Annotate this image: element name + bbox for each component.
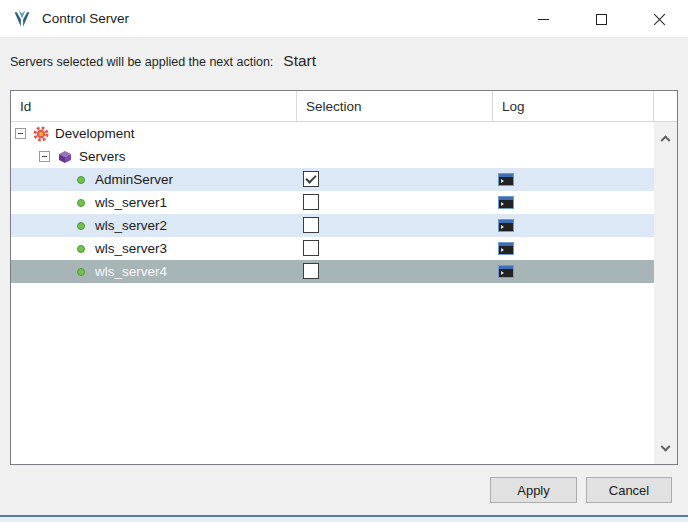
chevron-up-icon xyxy=(661,135,671,145)
vertical-scrollbar[interactable] xyxy=(654,122,677,464)
status-dot-icon xyxy=(77,245,85,253)
tree-node-label: wls_server4 xyxy=(95,264,167,279)
tree-row-wls-server3[interactable]: wls_server3 xyxy=(11,237,677,260)
close-button[interactable] xyxy=(630,0,688,38)
scroll-down-button[interactable] xyxy=(654,440,677,458)
action-info-label: Servers selected will be applied the nex… xyxy=(10,55,273,69)
status-dot-icon xyxy=(77,176,85,184)
gear-icon xyxy=(33,126,49,142)
maximize-icon xyxy=(596,14,607,25)
weblogic-logo-icon xyxy=(12,9,32,29)
window-title: Control Server xyxy=(42,11,129,26)
action-info: Servers selected will be applied the nex… xyxy=(10,52,316,70)
server-tree-table: Id Selection Log Development Se xyxy=(10,90,678,465)
minimize-icon xyxy=(538,19,549,20)
collapse-toggle-icon[interactable] xyxy=(15,128,26,139)
tree-node-label: Servers xyxy=(79,149,126,164)
column-header-log[interactable]: Log xyxy=(493,91,654,121)
tree-node-label: AdminServer xyxy=(95,172,173,187)
minimize-button[interactable] xyxy=(514,0,572,38)
apply-button[interactable]: Apply xyxy=(490,477,577,503)
status-dot-icon xyxy=(77,268,85,276)
terminal-log-icon[interactable] xyxy=(498,219,514,232)
tree-node-label: wls_server1 xyxy=(95,195,167,210)
selection-checkbox[interactable] xyxy=(303,194,319,210)
table-header: Id Selection Log xyxy=(11,91,677,122)
status-dot-icon xyxy=(77,222,85,230)
selection-checkbox[interactable] xyxy=(303,240,319,256)
close-icon xyxy=(653,13,666,26)
selection-checkbox[interactable] xyxy=(303,217,319,233)
tree-row-development[interactable]: Development xyxy=(11,122,677,145)
column-header-filler xyxy=(654,91,677,121)
status-dot-icon xyxy=(77,199,85,207)
next-action-value: Start xyxy=(283,52,316,70)
collapse-toggle-icon[interactable] xyxy=(39,151,50,162)
terminal-log-icon[interactable] xyxy=(498,196,514,209)
tree-node-label: wls_server3 xyxy=(95,241,167,256)
window-controls xyxy=(514,0,688,38)
tree-node-label: wls_server2 xyxy=(95,218,167,233)
selection-checkbox[interactable] xyxy=(303,171,319,187)
tree-row-wls-server1[interactable]: wls_server1 xyxy=(11,191,677,214)
tree-row-wls-server4[interactable]: wls_server4 xyxy=(11,260,677,283)
cancel-button[interactable]: Cancel xyxy=(586,477,672,503)
tree-node-label: Development xyxy=(55,126,135,141)
chevron-down-icon xyxy=(661,441,671,451)
tree-row-servers[interactable]: Servers xyxy=(11,145,677,168)
cube-icon xyxy=(57,149,73,165)
maximize-button[interactable] xyxy=(572,0,630,38)
scroll-up-button[interactable] xyxy=(654,128,677,146)
titlebar: Control Server xyxy=(0,0,688,38)
desktop-background-strip xyxy=(0,517,688,522)
tree-row-adminserver[interactable]: AdminServer xyxy=(11,168,677,191)
column-header-selection[interactable]: Selection xyxy=(297,91,493,121)
terminal-log-icon[interactable] xyxy=(498,242,514,255)
table-body: Development Servers AdminServer wls_s xyxy=(11,122,677,283)
selection-checkbox[interactable] xyxy=(303,263,319,279)
terminal-log-icon[interactable] xyxy=(498,173,514,186)
tree-row-wls-server2[interactable]: wls_server2 xyxy=(11,214,677,237)
column-header-id[interactable]: Id xyxy=(11,91,297,121)
terminal-log-icon[interactable] xyxy=(498,265,514,278)
